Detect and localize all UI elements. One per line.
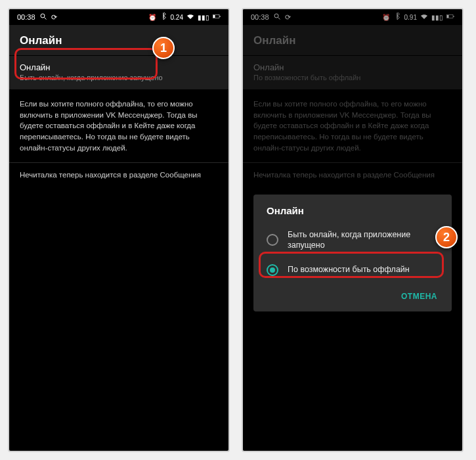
radio-option-offline[interactable]: По возможности быть оффлайн	[253, 258, 452, 283]
bluetooth-icon	[160, 12, 167, 22]
network-speed: 0.24	[171, 14, 183, 21]
cancel-button[interactable]: ОТМЕНА	[396, 288, 443, 305]
dialog-actions: ОТМЕНА	[253, 283, 452, 308]
page-title: Онлайн	[20, 34, 218, 47]
setting-title: Онлайн	[20, 62, 218, 72]
compass-icon: ⟳	[51, 13, 57, 22]
status-bar: 00:38 ⟳ ⏰ 0.24 ▮▮▯	[9, 9, 228, 25]
note-text: Нечиталка теперь находится в разделе Соо…	[9, 162, 228, 187]
radio-option-online[interactable]: Быть онлайн, когда приложение запущено	[253, 223, 452, 258]
content-area: Онлайн Быть онлайн, когда приложение зап…	[9, 56, 228, 187]
svg-rect-4	[220, 16, 221, 17]
radio-label: По возможности быть оффлайн	[288, 264, 410, 275]
svg-line-1	[44, 18, 46, 20]
phone-screen-2: 00:38 ⟳ ⏰ 0.91 ▮▮▯ Онлайн Онлайн П	[242, 8, 464, 452]
alarm-icon: ⏰	[148, 14, 156, 21]
online-dialog: Онлайн Быть онлайн, когда приложение зап…	[253, 195, 452, 311]
setting-subtitle: Быть онлайн, когда приложение запущено	[20, 74, 218, 81]
page-header: Онлайн	[9, 25, 228, 55]
status-time: 00:38	[17, 13, 35, 21]
radio-label: Быть онлайн, когда приложение запущено	[288, 229, 439, 251]
signal-icon: ▮▮▯	[198, 14, 209, 21]
wifi-icon	[186, 12, 194, 22]
online-setting-row[interactable]: Онлайн Быть онлайн, когда приложение зап…	[9, 56, 228, 89]
phone-screen-1: 00:38 ⟳ ⏰ 0.24 ▮▮▯ Онлайн Онлайн Б	[8, 8, 230, 452]
radio-icon	[267, 234, 278, 246]
info-text: Если вы хотите полного оффлайна, то его …	[9, 89, 228, 162]
svg-point-0	[41, 14, 45, 18]
search-icon	[39, 12, 47, 22]
radio-icon-checked	[267, 264, 278, 276]
dialog-title: Онлайн	[253, 205, 452, 223]
svg-rect-3	[213, 15, 215, 18]
battery-icon	[213, 12, 221, 22]
